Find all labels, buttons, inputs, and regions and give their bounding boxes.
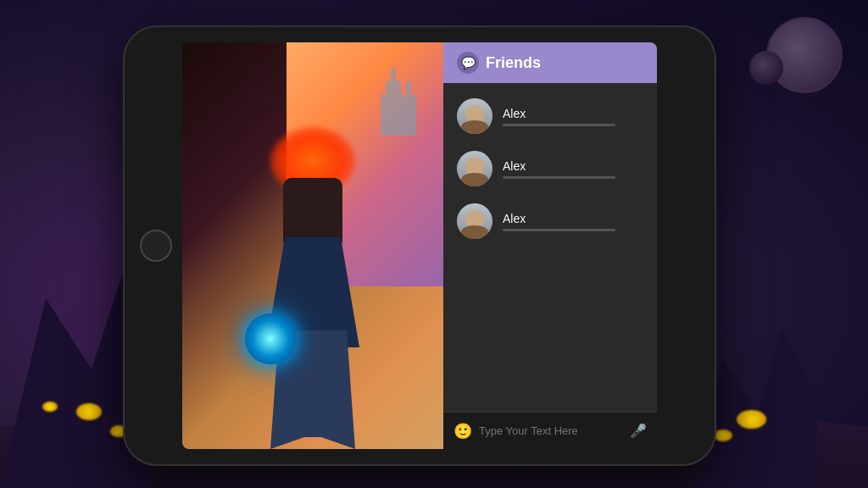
emoji-button[interactable]: 🙂 [453,422,472,441]
friend-name: Alex [503,159,643,173]
chat-input-area: 🙂 🎤 [443,412,657,449]
glow-blob-3 [737,410,766,429]
rock-right [698,302,817,488]
game-character [209,83,417,449]
avatar [457,203,492,239]
friend-status-bar [503,176,615,179]
friends-header: 💬 Friends [443,42,657,83]
character-orb [245,313,296,364]
avatar [457,151,492,186]
planet-small [749,51,783,85]
friends-title: Friends [486,54,541,72]
avatar-face [457,203,492,239]
character-body [253,178,372,449]
chat-bubble-icon: 💬 [457,52,479,74]
tablet-device: 💬 Friends Alex [123,25,716,466]
list-item[interactable]: Alex [443,90,657,142]
glow-blob-5 [42,402,58,412]
tablet-screen: 💬 Friends Alex [182,42,657,449]
friend-info: Alex [503,107,643,126]
tablet-home-button[interactable] [140,230,172,262]
friends-list: Alex Alex [443,83,657,412]
glow-blob-1 [76,403,102,420]
avatar-face [457,151,492,186]
friend-name: Alex [503,107,643,120]
avatar [457,98,492,134]
character-head [283,178,342,246]
list-item[interactable]: Alex [443,195,657,247]
friend-status-bar [503,124,615,126]
chat-panel: 💬 Friends Alex [443,42,657,449]
friend-info: Alex [503,159,643,179]
friend-status-bar [503,229,615,231]
glow-blob-4 [714,430,732,441]
avatar-face [457,98,492,134]
friend-name: Alex [503,212,643,225]
chat-text-input[interactable] [479,424,623,437]
list-item[interactable]: Alex [443,142,657,195]
friend-info: Alex [503,212,643,231]
game-artwork-panel [182,42,443,449]
microphone-button[interactable]: 🎤 [630,423,647,439]
